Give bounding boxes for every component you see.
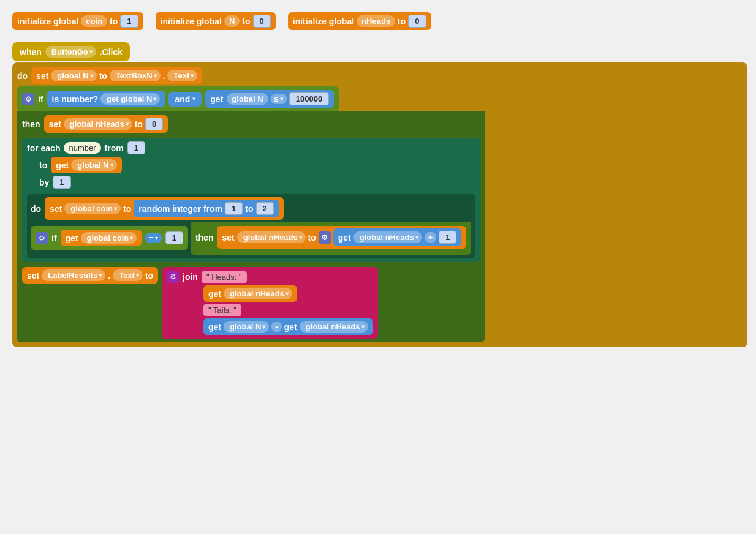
do-label: do [17,71,28,81]
number-var[interactable]: number [64,142,100,154]
and-block[interactable]: and ▾ [168,92,202,107]
coin-eq-val[interactable]: 1 [165,231,183,244]
init-label-nheads: initialize global [293,17,354,26]
set-n-block[interactable]: set global N ▾ to TextBoxN ▾ . Text ▾ [31,67,202,84]
get-n-dropdown1[interactable]: get global N ▾ [100,93,160,105]
global-n-pill2[interactable]: global N [227,93,268,105]
global-nheads-dd2[interactable]: global nHeads ▾ [237,231,306,243]
to-label2: to [145,271,153,280]
str2-box[interactable]: " Tails: " [203,304,241,316]
join-label: join [183,272,198,282]
global-coin-dd[interactable]: global coin ▾ [64,203,121,214]
minus-op: - [271,322,281,332]
to-coin: to [123,204,131,214]
random-label: random integer from [138,204,222,214]
get-coin-label: get [66,233,78,243]
and-label: and [175,94,190,104]
by-val[interactable]: 1 [53,176,70,189]
comparison-block[interactable]: get global N ≤ ▾ 100000 [205,90,334,108]
gear-icon-if2[interactable]: ⚙ [36,232,48,244]
init-label-coin: initialize global [17,17,78,26]
set-n-row: do set global N ▾ to TextBoxN ▾ . Text ▾ [17,67,743,84]
dot-label: . [163,71,165,81]
nheads-0-val[interactable]: 0 [145,118,163,130]
limit-value[interactable]: 100000 [289,92,329,105]
when-block[interactable]: when ButtonGo ▾ .Click [12,42,130,61]
nheads-value[interactable]: 0 [408,15,426,28]
if-green-container: ⚙ if is number? get global N ▾ and ▾ [17,86,743,342]
get-nheads-math-label: get [284,322,297,332]
set-coin-block[interactable]: set global coin ▾ to random integer from… [45,197,284,220]
init-global-nheads[interactable]: initialize global nHeads to 0 [288,12,431,30]
set-nheads-plus-block[interactable]: set global nHeads ▾ to ⚙ get [217,226,466,249]
nheads-plus-1[interactable]: get global nHeads ▾ + 1 [333,228,462,246]
inner-if-row: ⚙ if get global coin ▾ = ▾ 1 [31,226,188,250]
join-block: ⚙ join " Heads: " get global nHeads ▾ [162,267,377,339]
to-label-n: to [242,17,250,26]
global-nheads-math-dd[interactable]: global nHeads ▾ [300,321,368,333]
text-prop-dd2[interactable]: Text ▾ [113,269,143,281]
buttonGo-dropdown[interactable]: ButtonGo ▾ [45,46,96,58]
coin-var[interactable]: coin [81,15,107,27]
random-to[interactable]: 2 [256,202,274,215]
set-label-prefix: set [27,271,39,280]
if-label: if [38,94,43,104]
textboxn-dropdown[interactable]: TextBoxN ▾ [110,70,161,81]
get-global-n-block[interactable]: get global N ▾ [51,157,121,173]
global-n-dropdown3[interactable]: global N ▾ [71,159,116,171]
if-condition-row: ⚙ if is number? get global N ▾ and ▾ [17,86,339,111]
then-container: then set global nHeads ▾ to 0 [17,111,485,342]
is-number-block[interactable]: is number? get global N ▾ [47,91,165,107]
n-minus-nheads-block[interactable]: get global N ▾ - get global nHeads ▾ [203,318,372,335]
then-label: then [22,119,40,129]
inner-if-label: if [51,233,57,243]
outer-do-wrapper: do set global N ▾ to TextBoxN ▾ . Text ▾ [12,62,747,347]
to-label: to [39,160,47,170]
set-nheads-prefix2: set [222,233,234,243]
by-row: by 1 [27,176,475,189]
get-nheads-join[interactable]: get global nHeads ▾ [203,285,297,302]
init-global-n[interactable]: initialize global N to 0 [156,12,276,30]
text-prop-dropdown[interactable]: Text ▾ [167,70,197,81]
label-results-dd[interactable]: LabelResults ▾ [42,269,105,281]
set-label-results-block[interactable]: set LabelResults ▾ . Text ▾ to [22,267,158,284]
nheads-var[interactable]: nHeads [357,15,395,27]
global-n-math-dd[interactable]: global N ▾ [224,321,269,333]
gear-icon-math[interactable]: ⚙ [319,231,331,244]
get-n-label: get [56,160,69,170]
random-from[interactable]: 1 [225,202,243,215]
gear-icon-if[interactable]: ⚙ [22,93,34,105]
by-label: by [39,178,49,187]
global-nheads-dd[interactable]: global nHeads ▾ [64,118,132,130]
inner-do-container: do set global coin ▾ to random integer f… [27,194,475,258]
get-coin-block[interactable]: get global coin ▾ [61,230,142,246]
eq-op[interactable]: = ▾ [145,233,162,243]
inner-then-row: then set global nHeads ▾ to ⚙ ge [195,226,467,249]
add-one[interactable]: 1 [439,231,456,244]
to-nheads2: to [308,233,316,243]
str1-box[interactable]: " Heads: " [202,271,247,283]
from-val[interactable]: 1 [127,141,145,154]
inner-then-label: then [195,233,214,243]
get-nheads-join-label: get [208,289,221,299]
set-nheads-0[interactable]: set global nHeads ▾ to 0 [44,115,168,133]
join-str2-row: " Tails: " [203,304,241,316]
init-global-coin[interactable]: initialize global coin to 1 [12,12,143,30]
n-var[interactable]: N [224,15,240,27]
global-coin-dd2[interactable]: global coin ▾ [81,232,137,244]
global-nheads-join-dd[interactable]: global nHeads ▾ [224,288,292,299]
random-to-label: to [245,204,253,214]
random-int-block[interactable]: random integer from 1 to 2 [134,200,279,217]
dot-label2: . [108,271,110,280]
do-label2: do [31,204,41,214]
init-label-n: initialize global [161,17,222,26]
global-nheads-dd3[interactable]: global nHeads ▾ [353,231,422,243]
global-n-dropdown[interactable]: global N ▾ [51,70,96,81]
n-value[interactable]: 0 [253,15,271,28]
from-label: from [105,143,124,153]
coin-value[interactable]: 1 [120,15,138,28]
to-n: to [99,71,107,81]
lte-op[interactable]: ≤ ▾ [271,94,287,104]
gear-icon-join[interactable]: ⚙ [167,271,179,283]
join-math-row: get global N ▾ - get global nHeads ▾ [203,318,372,335]
